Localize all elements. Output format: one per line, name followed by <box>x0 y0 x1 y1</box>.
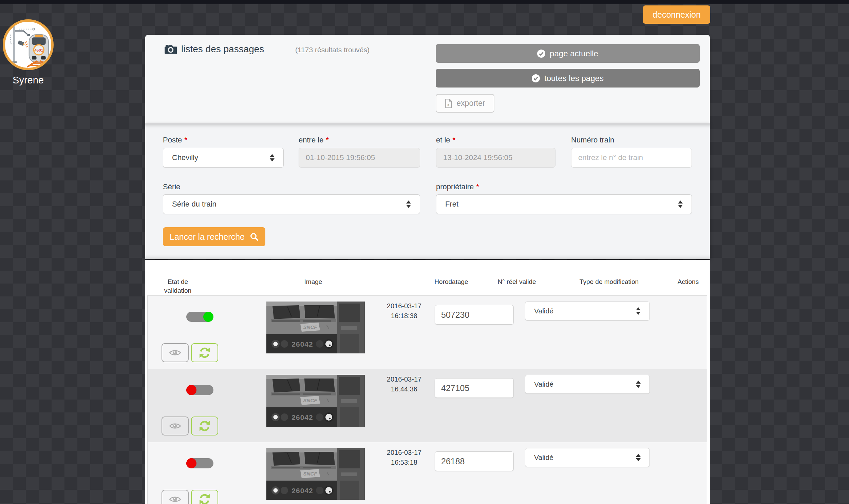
proprietaire-select[interactable]: Fret <box>436 194 692 214</box>
sort-carets-icon <box>636 380 641 388</box>
validation-toggle[interactable] <box>186 312 213 322</box>
export-label: exporter <box>456 99 485 108</box>
timestamp: 2016-03-17 16:53:18 <box>367 448 441 467</box>
train-image: SNCF 26042 <box>266 302 365 354</box>
timestamp-time: 16:44:36 <box>367 384 441 394</box>
timestamp-time: 16:18:38 <box>367 311 441 321</box>
main-panel: listes des passages (1173 résultats trou… <box>145 0 710 504</box>
required-asterisk: * <box>326 136 329 144</box>
column-header-actions: Actions <box>669 260 707 295</box>
type-modification-select[interactable]: Validé <box>525 448 650 467</box>
train-image: SNCF 26042 <box>266 448 365 500</box>
passages-table-card: Etat de validation Image Horodatage N° r… <box>145 260 710 504</box>
svg-text:SNCF: SNCF <box>303 324 318 330</box>
validation-toggle[interactable] <box>186 458 213 468</box>
toggle-knob <box>186 385 196 395</box>
validation-toggle[interactable] <box>186 385 213 395</box>
svg-text:SNCF: SNCF <box>303 397 318 403</box>
numero-reel-input[interactable] <box>435 305 514 325</box>
check-circle-icon <box>532 74 540 83</box>
serie-select-value: Série du train <box>172 200 216 209</box>
svg-text:26042: 26042 <box>291 487 313 494</box>
date-to-input[interactable] <box>436 148 555 167</box>
table-rows: SNCF 26042 2016-03-17 16:18:38 Validé <box>147 295 707 504</box>
timestamp: 2016-03-17 16:44:36 <box>367 375 441 394</box>
refresh-icon <box>199 494 210 504</box>
sort-carets-icon <box>270 154 275 161</box>
results-count: (1173 résultats trouvés) <box>295 46 370 54</box>
svg-text:26042: 26042 <box>291 340 313 348</box>
column-header-numero-reel: N° réel valide <box>484 260 549 295</box>
table-row: SNCF 26042 2016-03-17 16:18:38 Validé <box>147 296 707 369</box>
check-circle-icon <box>537 50 545 58</box>
date-to-label: et le* <box>436 136 455 144</box>
select-all-pages-button[interactable]: toutes les pages <box>436 69 700 88</box>
poste-select[interactable]: Chevilly <box>163 148 284 167</box>
timestamp: 2016-03-17 16:18:38 <box>367 301 441 321</box>
type-modification-value: Validé <box>534 453 553 462</box>
sort-carets-icon <box>678 200 683 208</box>
sort-carets-icon <box>406 200 411 208</box>
search-filters-card: Poste* entre le* et le* Numéro train Che… <box>145 124 710 259</box>
search-button[interactable]: Lancer la recherche <box>163 227 265 246</box>
timestamp-date: 2016-03-17 <box>367 301 441 311</box>
train-camera-logo-icon: 4501 <box>5 22 51 68</box>
sort-carets-icon <box>636 307 641 315</box>
page-title: listes des passages <box>164 44 264 55</box>
eye-icon <box>169 349 181 357</box>
required-asterisk: * <box>453 136 456 144</box>
type-modification-value: Validé <box>534 307 553 315</box>
type-modification-select[interactable]: Validé <box>525 302 650 321</box>
view-passage-button[interactable] <box>161 343 189 362</box>
eye-icon <box>169 495 181 503</box>
app-background: deconnexion 4501 <box>0 0 849 504</box>
svg-text:SNCF: SNCF <box>303 471 318 476</box>
numero-reel-input[interactable] <box>435 378 514 398</box>
column-header-type-modification: Type de modification <box>549 260 669 295</box>
excel-file-icon: x <box>445 99 452 108</box>
refresh-icon <box>199 347 210 358</box>
column-header-horodatage: Horodatage <box>418 260 484 295</box>
all-pages-label: toutes les pages <box>544 74 604 83</box>
type-modification-select[interactable]: Validé <box>525 375 650 394</box>
current-page-label: page actuelle <box>550 49 598 58</box>
refresh-passage-button[interactable] <box>191 343 218 362</box>
serie-select[interactable]: Série du train <box>163 194 420 214</box>
select-current-page-button[interactable]: page actuelle <box>436 44 700 63</box>
search-button-label: Lancer la recherche <box>170 232 245 242</box>
timestamp-date: 2016-03-17 <box>367 448 441 457</box>
serie-label: Série <box>163 182 180 191</box>
search-icon <box>250 232 259 241</box>
date-from-label: entre le* <box>299 136 329 144</box>
passages-header-card: listes des passages (1173 résultats trou… <box>145 35 710 124</box>
toggle-knob <box>203 312 213 322</box>
poste-select-value: Chevilly <box>172 153 198 162</box>
required-asterisk: * <box>184 136 187 144</box>
date-from-input[interactable] <box>299 148 420 167</box>
refresh-passage-button[interactable] <box>191 416 218 435</box>
view-passage-button[interactable] <box>161 416 189 435</box>
proprietaire-select-value: Fret <box>445 200 458 209</box>
refresh-passage-button[interactable] <box>191 490 218 504</box>
train-number-input[interactable] <box>571 148 692 167</box>
camera-icon <box>164 44 177 54</box>
table-row: SNCF 26042 2016-03-17 16:53:18 Validé <box>147 442 707 504</box>
toggle-knob <box>186 458 196 468</box>
export-button[interactable]: x exporter <box>436 94 494 113</box>
brand-name: Syrene <box>0 75 56 86</box>
poste-label: Poste* <box>163 136 187 144</box>
sort-carets-icon <box>636 454 641 461</box>
app-logo[interactable]: 4501 <box>3 19 54 70</box>
timestamp-date: 2016-03-17 <box>367 375 441 384</box>
column-header-etat: Etat de validation <box>147 260 208 295</box>
numero-reel-input[interactable] <box>435 451 514 471</box>
view-passage-button[interactable] <box>161 490 189 504</box>
type-modification-value: Validé <box>534 380 553 388</box>
svg-text:26042: 26042 <box>291 413 313 421</box>
svg-text:4501: 4501 <box>34 48 43 52</box>
column-header-image: Image <box>208 260 418 295</box>
train-number-label: Numéro train <box>571 136 614 144</box>
proprietaire-label: propriétaire* <box>436 182 479 191</box>
table-row: SNCF 26042 2016-03-17 16:44:36 Validé <box>147 369 707 442</box>
table-header-row: Etat de validation Image Horodatage N° r… <box>147 260 707 295</box>
